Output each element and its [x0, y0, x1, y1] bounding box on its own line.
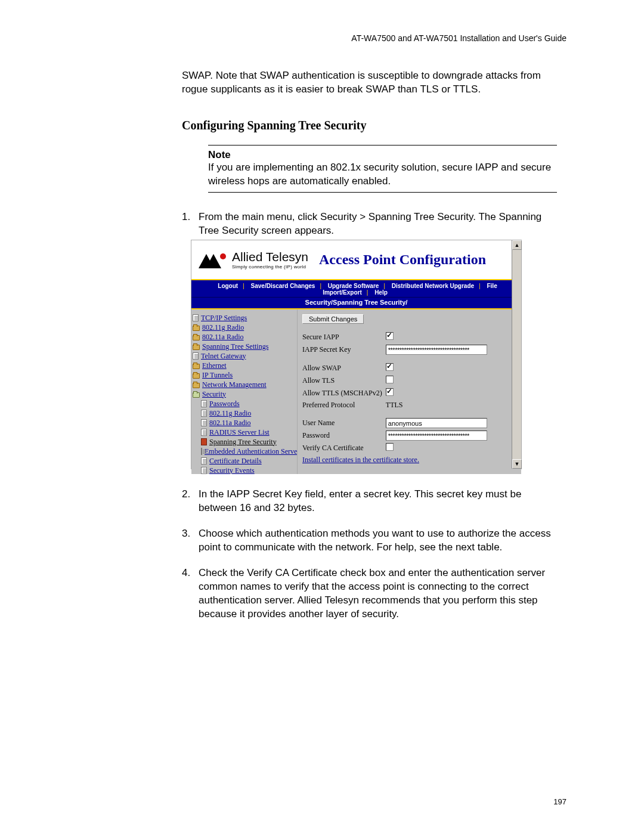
nav-sec-80211a[interactable]: 802.11a Radio: [193, 418, 296, 428]
active-page-icon: [201, 438, 207, 445]
nav-ethernet[interactable]: Ethernet: [193, 361, 296, 370]
page-icon: [201, 457, 207, 465]
folder-icon: [193, 383, 200, 388]
nav-distributed-upgrade[interactable]: Distributed Network Upgrade: [389, 283, 476, 289]
config-screenshot: ▲ ▼ Allied Telesyn Simply connecting the…: [191, 240, 522, 469]
allied-telesyn-logo-icon: [199, 252, 227, 268]
step-text: From the main menu, click Security > Spa…: [199, 210, 558, 238]
step-text: In the IAPP Secret Key field, enter a se…: [199, 488, 558, 515]
note-block: Note If you are implementing an 802.1x s…: [208, 145, 557, 193]
nav-spanning-tree-settings[interactable]: Spanning Tree Settings: [193, 342, 296, 351]
page-icon: [201, 448, 202, 455]
scrollbar[interactable]: ▲ ▼: [512, 240, 521, 469]
nav-sec-80211g[interactable]: 802.11g Radio: [193, 408, 296, 418]
allow-swap-label: Allow SWAP: [302, 362, 386, 374]
preferred-protocol-value: TTLS: [386, 400, 491, 411]
install-certificates-link[interactable]: Install certificates in the certificate …: [302, 456, 419, 464]
brand-block: Allied Telesyn Simply connecting the (IP…: [232, 250, 308, 270]
step-number: 2.: [182, 488, 199, 515]
page-icon: [201, 400, 207, 407]
step-3: 3. Choose which authentication methods y…: [182, 527, 558, 555]
step-number: 3.: [182, 527, 199, 555]
intro-paragraph: SWAP. Note that SWAP authentication is s…: [182, 69, 558, 97]
top-nav-bar: Logout| Save/Discard Changes| Upgrade So…: [191, 279, 521, 298]
brand-tagline: Simply connecting the (IP) world: [232, 264, 308, 270]
iapp-secret-key-label: IAPP Secret Key: [302, 343, 386, 356]
step-4: 4. Check the Verify CA Certificate check…: [182, 566, 558, 621]
page-icon: [193, 352, 199, 360]
step-2: 2. In the IAPP Secret Key field, enter a…: [182, 488, 558, 515]
nav-tcpip-settings[interactable]: TCP/IP Settings: [193, 313, 296, 323]
folder-icon: [193, 326, 200, 331]
secure-iapp-label: Secure IAPP: [302, 331, 386, 343]
page-title: Access Point Configuration: [319, 252, 486, 268]
section-heading: Configuring Spanning Tree Security: [182, 119, 367, 132]
nav-network-management[interactable]: Network Management: [193, 380, 296, 389]
nav-tree: TCP/IP Settings 802.11g Radio 802.11a Ra…: [191, 309, 298, 474]
header-banner: Allied Telesyn Simply connecting the (IP…: [191, 240, 521, 279]
nav-logout[interactable]: Logout: [215, 283, 240, 289]
breadcrumb: Security/Spanning Tree Security/: [191, 298, 521, 309]
form-panel: Submit Changes Secure IAPP IAPP Secret K…: [298, 309, 521, 474]
folder-icon: [193, 345, 200, 350]
submit-changes-button[interactable]: Submit Changes: [302, 314, 364, 324]
note-title: Note: [208, 145, 557, 161]
iapp-secret-key-input[interactable]: [386, 345, 487, 355]
page-icon: [201, 410, 207, 417]
nav-embedded-auth-server[interactable]: Embedded Authentication Server: [193, 447, 296, 456]
brand-name: Allied Telesyn: [232, 250, 308, 264]
nav-upgrade-software[interactable]: Upgrade Software: [326, 283, 382, 289]
allow-tls-checkbox[interactable]: [386, 376, 394, 383]
nav-security-events[interactable]: Security Events: [193, 466, 296, 474]
page-icon: [201, 419, 207, 426]
preferred-protocol-label: Preferred Protocol: [302, 400, 386, 411]
user-name-input[interactable]: [386, 418, 487, 428]
nav-certificate-details[interactable]: Certificate Details: [193, 456, 296, 466]
svg-point-2: [220, 253, 226, 259]
nav-80211a-radio[interactable]: 802.11a Radio: [193, 332, 296, 342]
page-icon: [201, 429, 207, 436]
page-icon: [193, 314, 199, 321]
nav-security[interactable]: Security: [193, 389, 296, 399]
password-input[interactable]: [386, 431, 487, 441]
step-text: Choose which authentication methods you …: [199, 527, 558, 555]
nav-radius-server-list[interactable]: RADIUS Server List: [193, 428, 296, 437]
password-label: Password: [302, 429, 386, 442]
folder-icon: [193, 335, 200, 340]
nav-ip-tunnels[interactable]: IP Tunnels: [193, 370, 296, 380]
page-number: 197: [553, 797, 566, 806]
secure-iapp-checkbox[interactable]: [386, 332, 394, 340]
open-folder-icon: [193, 392, 200, 398]
step-number: 4.: [182, 566, 199, 621]
folder-icon: [193, 373, 200, 379]
step-text: Check the Verify CA Certificate check bo…: [199, 566, 558, 621]
nav-save-discard[interactable]: Save/Discard Changes: [249, 283, 318, 289]
verify-ca-label: Verify CA Certificate: [302, 442, 386, 454]
allow-swap-checkbox[interactable]: [386, 363, 394, 371]
user-name-label: User Name: [302, 417, 386, 429]
allow-ttls-label: Allow TTLS (MSCHAPv2): [302, 387, 386, 400]
note-body: If you are implementing an 802.1x securi…: [208, 161, 557, 192]
folder-icon: [193, 364, 200, 369]
nav-spanning-tree-security[interactable]: Spanning Tree Security: [193, 437, 296, 447]
nav-help[interactable]: Help: [372, 289, 390, 296]
page-icon: [201, 467, 207, 474]
nav-80211g-radio[interactable]: 802.11g Radio: [193, 323, 296, 332]
nav-passwords[interactable]: Passwords: [193, 399, 296, 408]
steps-2-4: 2. In the IAPP Secret Key field, enter a…: [182, 488, 558, 633]
allow-ttls-checkbox[interactable]: [386, 388, 394, 396]
allow-tls-label: Allow TLS: [302, 374, 386, 387]
step-number: 1.: [182, 210, 199, 238]
nav-telnet-gateway[interactable]: Telnet Gateway: [193, 351, 296, 361]
verify-ca-checkbox[interactable]: [386, 443, 394, 451]
scroll-up-button[interactable]: ▲: [512, 240, 522, 250]
doc-header: AT-WA7500 and AT-WA7501 Installation and…: [351, 33, 566, 43]
scroll-down-button[interactable]: ▼: [512, 459, 522, 469]
